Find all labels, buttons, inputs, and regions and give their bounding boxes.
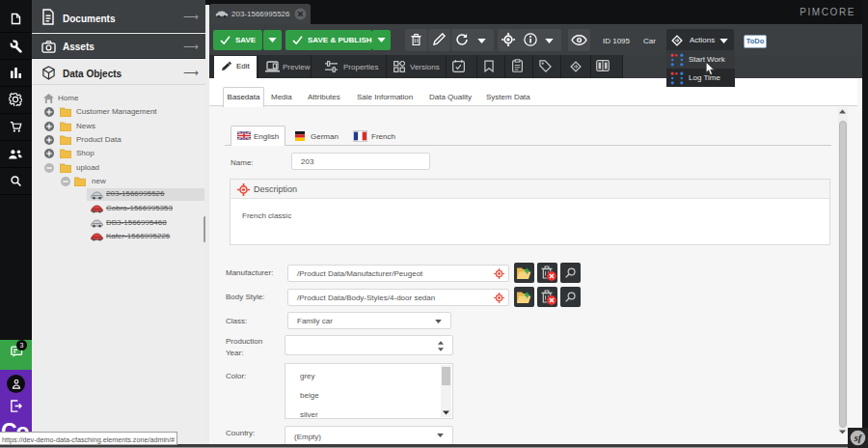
svg-text:sf: sf: [854, 433, 863, 443]
